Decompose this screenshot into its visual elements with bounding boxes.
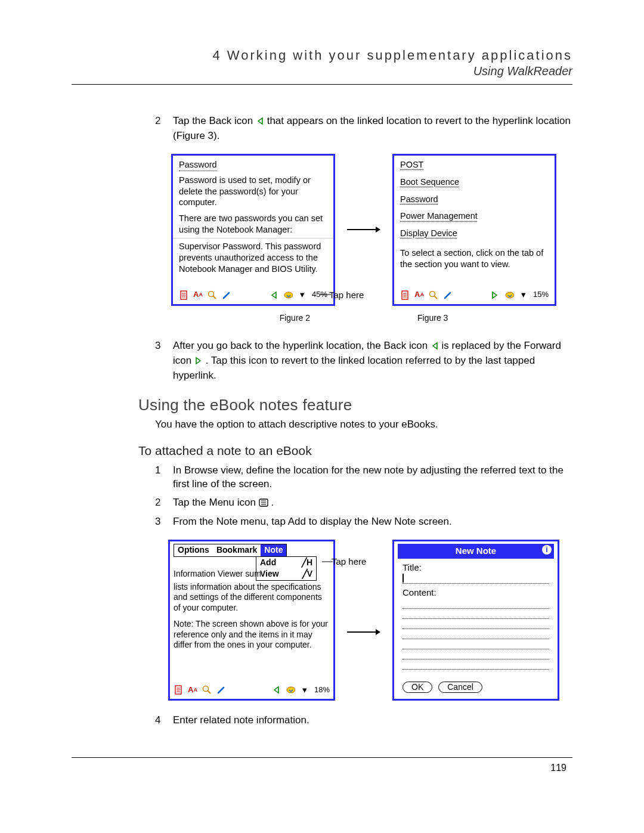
step-text-post: . <box>271 497 274 508</box>
title-field[interactable] <box>402 574 549 584</box>
bg-para2: Note: The screen shown above is for your… <box>174 619 330 651</box>
svg-marker-39 <box>376 629 380 635</box>
content-line[interactable] <box>402 609 549 619</box>
step-text: From the Note menu, tap Add to display t… <box>173 515 572 529</box>
font-icon: AA <box>193 290 203 300</box>
cancel-button[interactable]: Cancel <box>438 682 482 693</box>
back-nav-icon <box>269 290 278 300</box>
chapter-title: 4 Working with your supplementary applic… <box>72 48 572 63</box>
fig3-footer: To select a section, click on the tab of… <box>400 247 549 270</box>
svg-marker-20 <box>493 292 497 298</box>
menu-note: Note <box>261 544 286 556</box>
info-icon: i <box>542 545 552 555</box>
svg-marker-8 <box>272 292 276 298</box>
svg-line-18 <box>434 296 437 299</box>
step-number: 2 <box>155 496 173 511</box>
content-line[interactable] <box>402 659 549 670</box>
step-number: 3 <box>155 515 173 529</box>
fig2-title: Password <box>179 159 217 171</box>
step-number: 1 <box>155 464 173 491</box>
menu-bookmark: Bookmark <box>213 544 261 556</box>
fig2-para1: Password is used to set, modify or delet… <box>179 175 327 209</box>
back-icon <box>256 116 264 129</box>
step-text-pre: Tap the Menu icon <box>173 497 259 508</box>
titlebar-text: New Note <box>456 546 496 557</box>
svg-line-6 <box>213 296 216 299</box>
forward-icon <box>194 355 203 369</box>
doc-icon <box>174 685 183 695</box>
heading-notes-feature: Using the eBook notes feature <box>138 396 572 414</box>
forward-nav-icon <box>490 290 500 300</box>
attach-step-4: 4 Enter related note information. <box>155 714 572 727</box>
menubar: Options Bookmark Note <box>174 544 287 557</box>
scroll-icon <box>283 290 293 300</box>
content-line[interactable] <box>402 619 549 629</box>
figure3-panel: POST Boot Sequence Password Power Manage… <box>392 154 556 306</box>
scroll-icon <box>504 290 514 300</box>
pen-icon <box>222 290 231 300</box>
page-number: 119 <box>72 763 572 773</box>
figure-row-1: Password Password is used to set, modify… <box>155 154 572 306</box>
svg-marker-11 <box>376 227 380 233</box>
submenu-add: Add <box>260 558 276 568</box>
tap-leader-line-2 <box>322 561 333 562</box>
content-line[interactable] <box>402 629 549 639</box>
new-note-panel: New Note i Title: Content: <box>392 540 559 701</box>
toolbar: AA ▾ 15% <box>400 289 549 302</box>
font-icon: AA <box>188 685 197 695</box>
figure2-panel: Password Password is used to set, modify… <box>171 154 335 306</box>
svg-marker-22 <box>433 343 437 349</box>
step3-post: . Tap this icon to revert to the linked … <box>173 355 535 381</box>
content-line[interactable] <box>402 599 549 609</box>
step-number: 4 <box>155 714 173 727</box>
dropdown-icon: ▾ <box>519 290 528 300</box>
lead-text: You have the option to attach descriptiv… <box>155 418 572 432</box>
dropdown-icon: ▾ <box>300 685 309 695</box>
step-number: 2 <box>155 114 173 143</box>
step-text: In Browse view, define the location for … <box>173 464 572 491</box>
svg-line-33 <box>208 690 210 693</box>
header-rule <box>72 84 572 85</box>
note-submenu: Add╱H View╱V <box>256 556 317 581</box>
step-number: 3 <box>155 339 173 383</box>
bg-para1: lists information about the specificatio… <box>174 582 330 614</box>
font-icon: AA <box>414 290 424 300</box>
content-line[interactable] <box>402 639 549 649</box>
heading-attach-note: To attached a note to an eBook <box>138 444 572 458</box>
pen-icon <box>443 290 453 300</box>
fig3-item-0: POST <box>400 160 423 169</box>
fig2-para2: There are two passwords you can set usin… <box>179 213 327 236</box>
content-line[interactable] <box>402 649 549 659</box>
title-label: Title: <box>402 562 549 574</box>
step2-pre: Tap the Back icon <box>173 115 256 126</box>
bg-line1: Information Viewer sum <box>174 569 261 580</box>
tap-leader-line <box>320 294 331 295</box>
fig3-item-1: Boot Sequence <box>400 177 459 187</box>
ok-button[interactable]: OK <box>402 682 432 693</box>
step-2: 2 Tap the Back icon that appears on the … <box>155 114 572 143</box>
menu-icon <box>259 497 268 511</box>
svg-line-19 <box>445 293 450 298</box>
toolbar: AA ▾ 45% <box>179 289 327 302</box>
content-label: Content: <box>402 587 549 599</box>
svg-marker-0 <box>258 118 262 124</box>
attach-step-1: 1 In Browse view, define the location fo… <box>155 464 572 491</box>
doc-icon <box>400 290 410 300</box>
fig3-item-4: Display Device <box>400 228 457 238</box>
back-nav-icon <box>271 685 281 695</box>
progress-pct: 18% <box>314 685 330 695</box>
titlebar: New Note i <box>398 544 554 559</box>
figure-captions-1: Figure 2 Figure 3 <box>155 313 572 323</box>
svg-line-7 <box>224 293 229 298</box>
figure-arrow <box>346 626 382 638</box>
menu-options: Options <box>174 544 213 556</box>
search-icon <box>429 290 438 300</box>
fig2-para3: Supervisor Password. This password preve… <box>179 241 327 275</box>
section-title: Using WalkReader <box>72 64 572 78</box>
back-icon <box>431 340 439 354</box>
svg-marker-35 <box>274 687 278 693</box>
step-3: 3 After you go back to the hyperlink loc… <box>155 339 572 383</box>
caption-fig3: Figure 3 <box>417 313 448 323</box>
tap-here-label-2: Tap here <box>332 556 366 566</box>
progress-pct: 15% <box>533 290 549 300</box>
